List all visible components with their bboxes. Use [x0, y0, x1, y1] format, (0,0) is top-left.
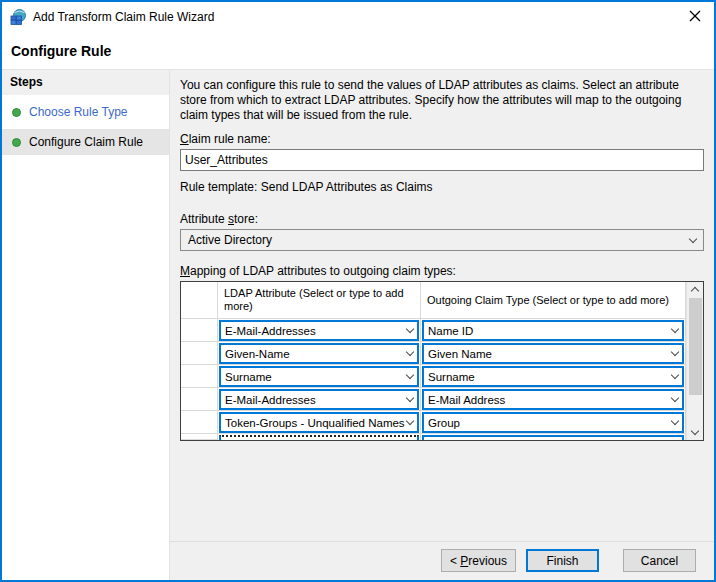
grid-row: Surname Surname — [181, 365, 686, 388]
sidebar-item-configure-claim-rule[interactable]: Configure Claim Rule — [2, 129, 169, 155]
mapping-label: Mapping of LDAP attributes to outgoing c… — [180, 264, 704, 278]
ldap-attribute-column-header[interactable]: LDAP Attribute (Select or type to add mo… — [218, 282, 421, 319]
row-selector[interactable] — [181, 365, 218, 388]
row-selector[interactable] — [181, 434, 218, 440]
ldap-attribute-select[interactable]: Token-Groups - Unqualified Names — [219, 412, 419, 433]
close-button[interactable] — [676, 2, 714, 32]
grid-row: E-Mail-Addresses Name ID — [181, 319, 686, 342]
cancel-button[interactable]: Cancel — [623, 549, 696, 572]
row-selector[interactable] — [181, 319, 218, 342]
heading-band: Configure Rule — [2, 32, 714, 70]
grid-cell: Token-Groups - Unqualified Names — [218, 411, 421, 434]
attribute-store-value: Active Directory — [188, 233, 690, 247]
content-pane: You can configure this rule to send the … — [170, 70, 714, 580]
chevron-down-icon — [671, 394, 679, 402]
outgoing-claim-type-column-header[interactable]: Outgoing Claim Type (Select or type to a… — [421, 282, 686, 319]
button-text: < — [450, 554, 460, 568]
chevron-down-icon — [406, 348, 414, 356]
description-text: You can configure this rule to send the … — [180, 78, 704, 123]
outgoing-claim-value: Group — [428, 417, 672, 429]
row-selector[interactable] — [181, 388, 218, 411]
title-bar[interactable]: Add Transform Claim Rule Wizard — [2, 2, 714, 32]
ldap-attribute-value: Token-Groups - Unqualified Names — [225, 417, 407, 429]
grid-cell: Surname — [421, 365, 686, 388]
grid-cell: Given-Name — [218, 342, 421, 365]
adfs-wizard-icon — [10, 9, 26, 25]
step-label: Choose Rule Type — [29, 105, 128, 119]
chevron-up-icon — [691, 287, 699, 295]
chevron-down-icon — [671, 348, 679, 356]
grid-header-row: LDAP Attribute (Select or type to add mo… — [181, 282, 686, 319]
row-selector[interactable] — [181, 342, 218, 365]
grid-cell — [421, 434, 686, 440]
grid-row: Token-Groups - Unqualified Names Group — [181, 411, 686, 434]
ldap-attribute-select[interactable]: Surname — [219, 366, 419, 387]
ldap-attribute-select[interactable]: E-Mail-Addresses — [219, 389, 419, 410]
claim-rule-name-label: Claim rule name: — [180, 132, 704, 146]
label-text: M — [180, 264, 190, 278]
label-text: apping of LDAP attributes to outgoing cl… — [190, 264, 456, 278]
chevron-down-icon — [406, 417, 414, 425]
scroll-down-button[interactable] — [687, 425, 704, 440]
label-text: C — [180, 132, 189, 146]
ldap-attribute-select[interactable]: E-Mail-Addresses — [219, 320, 419, 341]
finish-button[interactable]: Finish — [526, 549, 599, 572]
grid-new-row-partial — [181, 434, 686, 440]
outgoing-claim-value: Given Name — [428, 348, 672, 360]
chevron-down-icon — [689, 234, 697, 242]
outgoing-claim-type-select[interactable]: Surname — [422, 366, 684, 387]
green-dot-icon — [12, 138, 21, 147]
claim-rule-name-input[interactable] — [180, 149, 704, 171]
chevron-down-icon — [671, 325, 679, 333]
row-selector[interactable] — [181, 411, 218, 434]
button-bar: < Previous Finish Cancel — [170, 541, 714, 580]
outgoing-claim-type-select[interactable] — [422, 435, 684, 440]
label-text: laim rule name: — [189, 132, 271, 146]
dialog-body: Steps Choose Rule Type Configure Claim R… — [2, 70, 714, 580]
scroll-up-button[interactable] — [687, 282, 704, 297]
grid-cell: Surname — [218, 365, 421, 388]
previous-button[interactable]: < Previous — [441, 549, 516, 572]
outgoing-claim-value: E-Mail Address — [428, 394, 672, 406]
sidebar-item-choose-rule-type[interactable]: Choose Rule Type — [2, 99, 169, 125]
ldap-attribute-select[interactable]: Given-Name — [219, 343, 419, 364]
label-text: Attribute — [180, 212, 228, 226]
chevron-down-icon — [691, 427, 699, 435]
step-label: Configure Claim Rule — [29, 135, 143, 149]
outgoing-claim-type-select[interactable]: E-Mail Address — [422, 389, 684, 410]
ldap-attribute-select[interactable] — [219, 435, 419, 440]
ldap-attribute-value: E-Mail-Addresses — [225, 325, 407, 337]
grid-columns-area: LDAP Attribute (Select or type to add mo… — [181, 282, 686, 440]
button-text: revious — [468, 554, 507, 568]
outgoing-claim-type-select[interactable]: Name ID — [422, 320, 684, 341]
outgoing-claim-type-select[interactable]: Given Name — [422, 343, 684, 364]
grid-row: Given-Name Given Name — [181, 342, 686, 365]
grid-cell: Name ID — [421, 319, 686, 342]
outgoing-claim-type-select[interactable]: Group — [422, 412, 684, 433]
attribute-store-select[interactable]: Active Directory — [180, 229, 704, 251]
scrollbar-track[interactable] — [687, 297, 704, 425]
chevron-down-icon — [671, 371, 679, 379]
close-icon — [689, 10, 701, 25]
grid-corner-cell — [181, 282, 218, 319]
rule-template-text: Rule template: Send LDAP Attributes as C… — [180, 180, 704, 194]
steps-sidebar: Steps Choose Rule Type Configure Claim R… — [2, 70, 170, 580]
grid-cell: Group — [421, 411, 686, 434]
attribute-store-label: Attribute store: — [180, 212, 704, 226]
steps-heading: Steps — [2, 70, 169, 95]
grid-cell: E-Mail-Addresses — [218, 319, 421, 342]
ldap-attribute-value: Surname — [225, 371, 407, 383]
chevron-down-icon — [671, 417, 679, 425]
grid-cell: E-Mail Address — [421, 388, 686, 411]
green-dot-icon — [12, 108, 21, 117]
page-title: Configure Rule — [11, 43, 111, 59]
grid-cell: Given Name — [421, 342, 686, 365]
grid-scrollbar[interactable] — [686, 282, 703, 440]
grid-cell — [218, 434, 421, 440]
outgoing-claim-value: Name ID — [428, 325, 672, 337]
label-text: tore: — [234, 212, 258, 226]
scrollbar-thumb[interactable] — [689, 298, 702, 395]
grid-cell: E-Mail-Addresses — [218, 388, 421, 411]
chevron-down-icon — [406, 325, 414, 333]
outgoing-claim-value: Surname — [428, 371, 672, 383]
